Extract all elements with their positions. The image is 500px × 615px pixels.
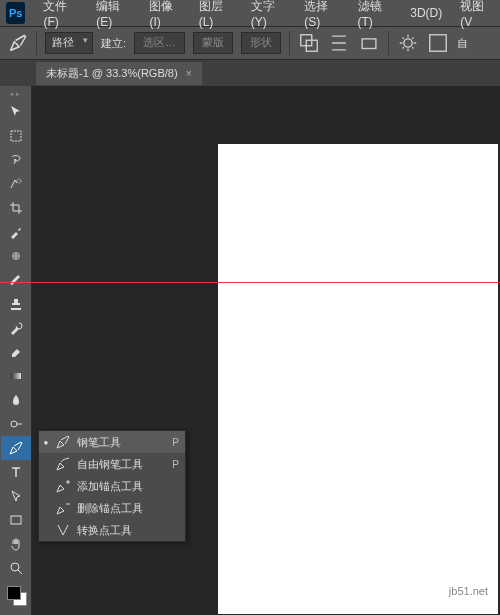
options-bar: 路径 建立: 选区… 蒙版 形状 自 (0, 26, 500, 60)
svg-rect-8 (11, 373, 21, 379)
add-anchor-icon (55, 478, 71, 494)
flyout-label: 钢笔工具 (77, 435, 166, 450)
menubar: Ps 文件(F) 编辑(E) 图像(I) 图层(L) 文字(Y) 选择(S) 滤… (0, 0, 500, 26)
path-select-tool[interactable] (1, 484, 31, 508)
gear-icon[interactable] (397, 32, 419, 54)
svg-point-9 (11, 421, 17, 427)
lasso-tool[interactable] (1, 148, 31, 172)
svg-point-11 (11, 563, 19, 571)
quick-select-tool[interactable] (1, 172, 31, 196)
flyout-label: 转换点工具 (77, 523, 179, 538)
healing-tool[interactable] (1, 244, 31, 268)
history-brush-tool[interactable] (1, 316, 31, 340)
pen-tool-flyout: ● 钢笔工具 P 自由钢笔工具 P 添加锚点工具 删除锚点工具 转换点工具 (38, 430, 186, 542)
menu-layer[interactable]: 图层(L) (191, 0, 241, 32)
watermark-text: jb51.net (449, 585, 488, 597)
marquee-tool[interactable] (1, 124, 31, 148)
menu-view[interactable]: 视图(V (452, 0, 500, 32)
delete-anchor-icon (55, 500, 71, 516)
brush-tool[interactable] (1, 268, 31, 292)
flyout-shortcut: P (172, 437, 179, 448)
divider (36, 31, 37, 55)
flyout-label: 删除锚点工具 (77, 501, 179, 516)
tab-title: 未标题-1 @ 33.3%(RGB/8) (46, 66, 178, 81)
tool-mode-select[interactable]: 路径 (45, 32, 93, 54)
menu-image[interactable]: 图像(I) (141, 0, 188, 32)
eraser-tool[interactable] (1, 340, 31, 364)
path-ops-icon[interactable] (298, 32, 320, 54)
color-swatch[interactable] (5, 584, 27, 606)
document-canvas[interactable] (218, 144, 498, 614)
svg-rect-10 (11, 516, 21, 524)
svg-rect-5 (11, 131, 21, 141)
svg-point-6 (17, 179, 21, 183)
selected-dot-icon: ● (43, 438, 49, 447)
flyout-pen-tool[interactable]: ● 钢笔工具 P (39, 431, 185, 453)
document-tabbar: 未标题-1 @ 33.3%(RGB/8) × (0, 60, 500, 86)
stamp-tool[interactable] (1, 292, 31, 316)
convert-point-icon (55, 522, 71, 538)
build-label: 建立: (101, 36, 126, 51)
menu-file[interactable]: 文件(F) (35, 0, 86, 32)
pen-icon (55, 434, 71, 450)
menu-filter[interactable]: 滤镜(T) (350, 0, 401, 32)
horizontal-guide[interactable] (0, 282, 500, 283)
flyout-label: 自由钢笔工具 (77, 457, 166, 472)
auto-label: 自 (457, 36, 468, 51)
flyout-convert-point[interactable]: 转换点工具 (39, 519, 185, 541)
divider (289, 31, 290, 55)
arrange-icon[interactable] (358, 32, 380, 54)
freeform-pen-icon (55, 456, 71, 472)
menu-3d[interactable]: 3D(D) (402, 3, 450, 23)
hand-tool[interactable] (1, 532, 31, 556)
make-shape-button[interactable]: 形状 (241, 32, 281, 54)
menu-edit[interactable]: 编辑(E) (88, 0, 139, 32)
menu-select[interactable]: 选择(S) (296, 0, 347, 32)
flyout-add-anchor[interactable]: 添加锚点工具 (39, 475, 185, 497)
pen-tool-icon (8, 33, 28, 53)
zoom-tool[interactable] (1, 556, 31, 580)
dodge-tool[interactable] (1, 412, 31, 436)
flyout-shortcut: P (172, 459, 179, 470)
flyout-delete-anchor[interactable]: 删除锚点工具 (39, 497, 185, 519)
app-logo: Ps (6, 2, 25, 24)
rectangle-tool[interactable] (1, 508, 31, 532)
rubber-band-checkbox[interactable] (427, 32, 449, 54)
menu-type[interactable]: 文字(Y) (243, 0, 294, 32)
flyout-label: 添加锚点工具 (77, 479, 179, 494)
svg-point-3 (404, 39, 412, 47)
gradient-tool[interactable] (1, 364, 31, 388)
flyout-freeform-pen[interactable]: 自由钢笔工具 P (39, 453, 185, 475)
move-tool[interactable] (1, 100, 31, 124)
eyedropper-tool[interactable] (1, 220, 31, 244)
make-mask-button[interactable]: 蒙版 (193, 32, 233, 54)
type-tool[interactable] (1, 460, 31, 484)
toolbar-grip[interactable]: ▸▸ (0, 90, 31, 100)
close-icon[interactable]: × (186, 67, 192, 79)
blur-tool[interactable] (1, 388, 31, 412)
make-selection-button[interactable]: 选区… (134, 32, 185, 54)
document-tab[interactable]: 未标题-1 @ 33.3%(RGB/8) × (36, 62, 202, 85)
svg-rect-2 (362, 39, 376, 49)
divider (388, 31, 389, 55)
svg-rect-4 (430, 35, 447, 52)
pen-tool[interactable] (1, 436, 31, 460)
align-icon[interactable] (328, 32, 350, 54)
tools-panel: ▸▸ (0, 86, 32, 615)
crop-tool[interactable] (1, 196, 31, 220)
